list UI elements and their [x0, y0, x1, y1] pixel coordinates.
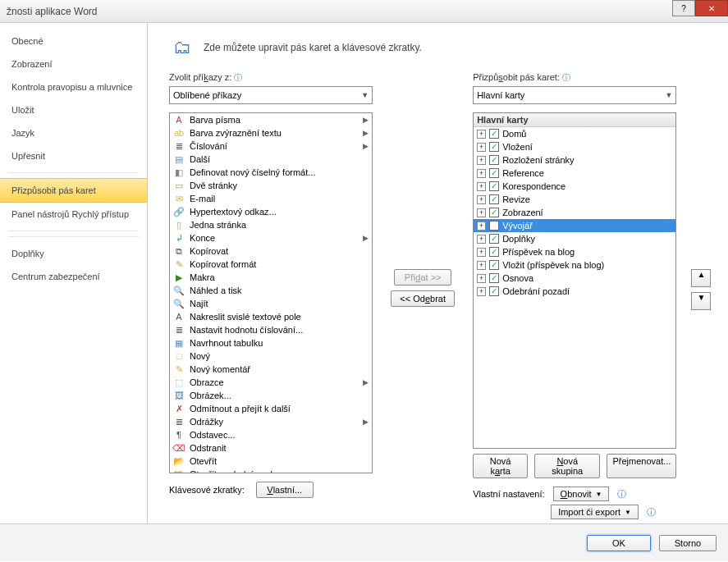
info-icon[interactable]: ⓘ — [617, 488, 626, 500]
nav-item-3[interactable]: Uložit — [0, 98, 147, 121]
ribbon-tab-item[interactable]: +✓Doplňky — [474, 232, 675, 245]
tab-checkbox[interactable]: ✓ — [489, 142, 499, 152]
expand-icon[interactable]: + — [477, 235, 486, 244]
command-item[interactable]: ▦Navrhnout tabulku — [170, 336, 372, 350]
command-item[interactable]: ABarva písma▶ — [170, 113, 372, 126]
tab-checkbox[interactable]: ✓ — [489, 273, 499, 283]
command-item[interactable]: ⬚Obrazce▶ — [170, 376, 372, 389]
tab-checkbox[interactable]: ✓ — [489, 234, 499, 244]
command-item[interactable]: ✗Odmítnout a přejít k další — [170, 402, 372, 415]
command-item[interactable]: 🔗Hypertextový odkaz... — [170, 205, 372, 218]
command-item[interactable]: abBarva zvýraznění textu▶ — [170, 126, 372, 139]
move-up-button[interactable]: ▲ — [691, 269, 711, 287]
tab-checkbox[interactable]: ✓ — [489, 260, 499, 270]
nav-item-0[interactable]: Obecné — [0, 30, 147, 53]
tab-checkbox[interactable]: ✓ — [489, 194, 499, 204]
command-item[interactable]: ≣Číslování▶ — [170, 139, 372, 153]
expand-icon[interactable]: + — [477, 169, 486, 178]
ribbon-tab-item[interactable]: +✓Korespondence — [474, 180, 675, 193]
nav-item-4[interactable]: Jazyk — [0, 121, 147, 144]
ribbon-tabs-tree[interactable]: Hlavní karty +✓Domů+✓Vložení+✓Rozložení … — [473, 112, 676, 449]
new-tab-button[interactable]: Nová karta — [473, 454, 528, 478]
command-icon: ¶ — [172, 429, 186, 441]
close-button[interactable]: ✕ — [695, 0, 728, 16]
expand-icon[interactable]: + — [477, 143, 486, 152]
nav-item-1[interactable]: Zobrazení — [0, 53, 147, 75]
new-group-button[interactable]: Nová skupina — [534, 454, 600, 478]
command-item[interactable]: ✉E-mail — [170, 192, 372, 205]
customize-ribbon-combo[interactable]: Hlavní karty▼ — [473, 86, 676, 104]
command-item[interactable]: ◧Definovat nový číselný formát... — [170, 166, 372, 179]
command-item[interactable]: ANakreslit svislé textové pole — [170, 310, 372, 323]
command-item[interactable]: ⌫Odstranit — [170, 441, 372, 455]
expand-icon[interactable]: + — [477, 274, 486, 283]
ribbon-tab-item[interactable]: +✓Reference — [474, 167, 675, 180]
keyboard-customize-button[interactable]: Vlastní... — [256, 482, 314, 498]
help-button[interactable]: ? — [672, 0, 695, 16]
tab-checkbox[interactable]: ✓ — [489, 247, 499, 257]
ribbon-tab-item[interactable]: +✓Domů — [474, 127, 675, 140]
ribbon-tab-item[interactable]: +✓Odebrání pozadí — [474, 285, 675, 298]
cancel-button[interactable]: Storno — [659, 535, 717, 551]
command-item[interactable]: ▤Další — [170, 153, 372, 166]
ribbon-tab-item[interactable]: +✓Revize — [474, 193, 675, 206]
ribbon-tab-item[interactable]: +✓Zobrazení — [474, 206, 675, 219]
tab-checkbox[interactable]: ✓ — [489, 155, 499, 165]
expand-icon[interactable]: + — [477, 287, 486, 296]
reset-dropdown[interactable]: Obnovit▼ — [553, 487, 610, 501]
add-button[interactable]: Přidat >> — [394, 269, 451, 286]
command-item[interactable]: □Nový — [170, 350, 372, 363]
expand-icon[interactable]: + — [477, 182, 486, 191]
nav-item-9[interactable]: Centrum zabezpečení — [0, 265, 147, 288]
choose-commands-combo[interactable]: Oblíbené příkazy▼ — [169, 86, 373, 104]
tab-checkbox[interactable]: ✓ — [489, 129, 499, 139]
info-icon[interactable]: ⓘ — [234, 73, 242, 82]
nav-item-5[interactable]: Upřesnit — [0, 144, 147, 167]
command-item[interactable]: 📂Otevřít poslední soubor... — [170, 468, 372, 473]
expand-icon[interactable]: + — [477, 156, 486, 165]
import-export-dropdown[interactable]: Import či export▼ — [551, 505, 639, 519]
ribbon-tab-item[interactable]: +✓Příspěvek na blog — [474, 245, 675, 258]
command-item[interactable]: ▯Jedna stránka — [170, 218, 372, 231]
commands-list[interactable]: ABarva písma▶abBarva zvýraznění textu▶≣Č… — [169, 112, 373, 473]
command-item[interactable]: ⧉Kopírovat — [170, 244, 372, 258]
ribbon-tab-item[interactable]: +✓Osnova — [474, 272, 675, 285]
command-item[interactable]: ¶Odstavec... — [170, 428, 372, 441]
command-item[interactable]: ≣Nastavit hodnotu číslování... — [170, 323, 372, 336]
ribbon-tab-item[interactable]: +✓Rozložení stránky — [474, 153, 675, 167]
tab-checkbox[interactable]: ✓ — [489, 286, 499, 296]
command-item[interactable]: ▭Dvě stránky — [170, 179, 372, 192]
nav-item-2[interactable]: Kontrola pravopisu a mluvnice — [0, 75, 147, 98]
move-down-button[interactable]: ▼ — [691, 292, 711, 310]
ribbon-tab-item[interactable]: +✓Vložení — [474, 140, 675, 153]
expand-icon[interactable]: + — [477, 222, 486, 231]
nav-item-6[interactable]: Přizpůsobit pás karet — [0, 178, 147, 203]
command-item[interactable]: ✎Nový komentář — [170, 363, 372, 376]
expand-icon[interactable]: + — [477, 261, 486, 270]
remove-button[interactable]: << Odebrat — [391, 290, 455, 307]
tab-checkbox[interactable]: ✓ — [489, 208, 499, 217]
ribbon-tab-item[interactable]: +✓Vložit (příspěvek na blog) — [474, 258, 675, 272]
ribbon-tab-item[interactable]: +Vývojář — [474, 219, 675, 232]
nav-item-7[interactable]: Panel nástrojů Rychlý přístup — [0, 203, 147, 226]
command-item[interactable]: 🔍Náhled a tisk — [170, 284, 372, 297]
command-item[interactable]: ▶Makra — [170, 271, 372, 284]
command-item[interactable]: ≣Odrážky▶ — [170, 415, 372, 428]
info-icon[interactable]: ⓘ — [562, 73, 570, 82]
expand-icon[interactable]: + — [477, 208, 486, 217]
command-item[interactable]: 📂Otevřít — [170, 455, 372, 468]
ok-button[interactable]: OK — [587, 535, 651, 551]
command-item[interactable]: ↲Konce▶ — [170, 231, 372, 244]
command-item[interactable]: 🖼Obrázek... — [170, 389, 372, 402]
expand-icon[interactable]: + — [477, 130, 486, 139]
nav-item-8[interactable]: Doplňky — [0, 242, 147, 265]
expand-icon[interactable]: + — [477, 195, 486, 204]
expand-icon[interactable]: + — [477, 248, 486, 257]
info-icon[interactable]: ⓘ — [647, 506, 656, 519]
tab-checkbox[interactable] — [489, 221, 499, 231]
tab-checkbox[interactable]: ✓ — [489, 168, 499, 178]
command-item[interactable]: ✎Kopírovat formát — [170, 258, 372, 271]
rename-button[interactable]: Přejmenovat... — [607, 454, 676, 478]
command-item[interactable]: 🔍Najít — [170, 297, 372, 310]
tab-checkbox[interactable]: ✓ — [489, 181, 499, 191]
